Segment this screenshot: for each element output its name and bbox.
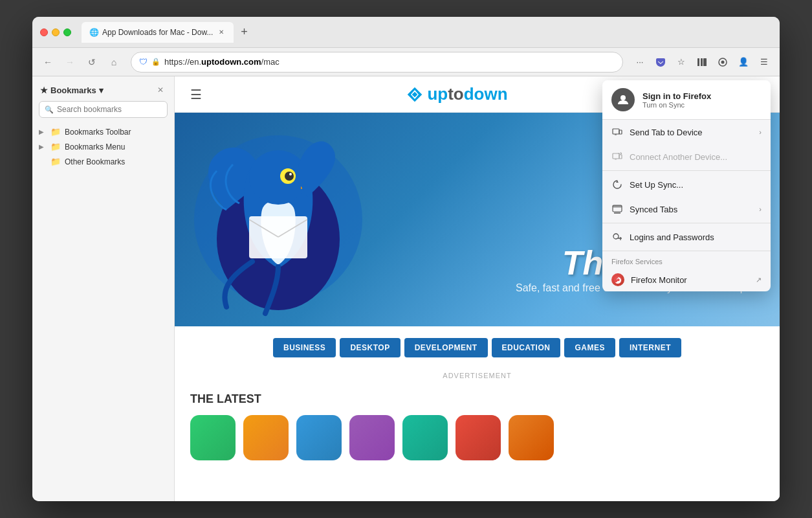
menu-separator-1 — [602, 170, 771, 171]
folder-icon: 📁 — [50, 142, 61, 152]
web-content: ☰ uptodown — [175, 76, 780, 501]
tab-title: App Downloads for Mac - Dow... — [102, 28, 213, 37]
send-tab-label: Send Tab to Device — [630, 128, 752, 137]
setup-sync-icon — [611, 179, 623, 190]
library-button[interactable] — [693, 53, 711, 71]
minimize-button[interactable] — [52, 28, 60, 36]
svg-rect-21 — [613, 153, 619, 159]
firefox-monitor-icon — [611, 273, 624, 286]
sidebar-close-button[interactable]: ✕ — [155, 84, 166, 96]
services-section-label: Firefox Services — [602, 253, 771, 268]
logins-passwords-menu-item[interactable]: Logins and Passwords — [602, 225, 771, 249]
svg-point-28 — [613, 234, 619, 239]
more-button[interactable]: ··· — [631, 53, 649, 71]
expand-arrow-icon: ▶ — [39, 143, 47, 150]
connect-device-menu-item: Connect Another Device... — [602, 144, 771, 169]
send-tab-arrow-icon: › — [759, 128, 762, 136]
svg-rect-0 — [697, 58, 699, 66]
menu-button[interactable]: ☰ — [755, 53, 773, 71]
svg-point-4 — [721, 60, 725, 63]
svg-rect-19 — [619, 130, 622, 134]
search-bookmarks-input[interactable] — [57, 105, 162, 114]
svg-rect-1 — [701, 58, 703, 66]
svg-rect-26 — [613, 205, 622, 208]
home-button[interactable]: ⌂ — [105, 53, 123, 71]
logins-icon — [611, 231, 623, 243]
account-button[interactable]: 👤 — [734, 53, 752, 71]
search-bookmarks-container[interactable]: 🔍 — [39, 101, 168, 118]
address-bar[interactable]: 🛡 🔒 https://en.uptodown.com/mac — [131, 52, 623, 73]
send-tab-icon — [611, 126, 623, 138]
browser-window: 🌐 App Downloads for Mac - Dow... ✕ + ← →… — [32, 17, 780, 501]
active-tab[interactable]: 🌐 App Downloads for Mac - Dow... ✕ — [82, 22, 234, 43]
url-protocol: https://en. — [164, 57, 201, 67]
menu-separator-3 — [602, 251, 771, 251]
expand-arrow-icon: ▶ — [39, 128, 47, 135]
back-button[interactable]: ← — [39, 53, 57, 71]
url-path: /mac — [261, 57, 280, 67]
logins-passwords-label: Logins and Passwords — [630, 232, 762, 242]
send-tab-menu-item[interactable]: Send Tab to Device › — [602, 120, 771, 144]
svg-rect-18 — [613, 129, 619, 134]
bookmarks-toolbar-item[interactable]: ▶ 📁 Bookmarks Toolbar — [32, 124, 174, 139]
connect-device-label: Connect Another Device... — [630, 152, 762, 162]
toolbar-right: ··· ☆ 👤 ☰ — [631, 53, 773, 71]
account-menu-item[interactable]: Sign in to Firefox Turn on Sync — [602, 80, 771, 120]
bookmarks-menu-item[interactable]: ▶ 📁 Bookmarks Menu — [32, 139, 174, 154]
svg-point-17 — [620, 95, 626, 100]
search-icon: 🔍 — [45, 106, 54, 114]
tab-bar: 🌐 App Downloads for Mac - Dow... ✕ + — [82, 22, 772, 43]
container-button[interactable] — [714, 53, 732, 71]
sync-label: Turn on Sync — [642, 101, 762, 109]
svg-rect-2 — [703, 58, 707, 66]
sidebar-header: ★ Bookmarks ▾ ✕ — [32, 84, 174, 101]
firefox-monitor-menu-item[interactable]: Firefox Monitor ↗ — [602, 268, 771, 291]
lock-icon: 🔒 — [151, 58, 160, 66]
pocket-button[interactable] — [652, 53, 670, 71]
tab-favicon: 🌐 — [89, 28, 98, 37]
sidebar-title-arrow: ▾ — [99, 85, 104, 95]
menu-separator-2 — [602, 223, 771, 223]
bookmarks-menu-label: Bookmarks Menu — [65, 142, 125, 152]
sidebar-bookmarks: ★ Bookmarks ▾ ✕ 🔍 ▶ 📁 Bookmarks Toolbar … — [32, 76, 175, 501]
new-tab-button[interactable]: + — [235, 23, 253, 41]
firefox-monitor-label: Firefox Monitor — [631, 275, 749, 285]
sidebar-title[interactable]: ★ Bookmarks ▾ — [40, 85, 104, 95]
folder-icon: 📁 — [50, 157, 61, 166]
other-bookmarks-item[interactable]: ▶ 📁 Other Bookmarks — [32, 154, 174, 169]
svg-rect-22 — [619, 155, 622, 159]
tab-close-button[interactable]: ✕ — [217, 28, 226, 37]
setup-sync-menu-item[interactable]: Set Up Sync... — [602, 172, 771, 197]
connect-device-icon — [611, 151, 623, 163]
folder-icon: 📁 — [50, 127, 61, 137]
other-bookmarks-label: Other Bookmarks — [65, 157, 125, 166]
account-avatar-icon — [611, 88, 635, 111]
bookmarks-toolbar-label: Bookmarks Toolbar — [65, 128, 131, 137]
reload-button[interactable]: ↺ — [83, 53, 101, 71]
synced-tabs-menu-item[interactable]: Synced Tabs › — [602, 197, 771, 221]
traffic-lights — [40, 28, 71, 36]
dropdown-menu: Sign in to Firefox Turn on Sync — [602, 80, 771, 291]
bookmark-star-icon: ★ — [40, 85, 48, 95]
url-domain: uptodown.com — [201, 57, 261, 67]
dropdown-overlay: Sign in to Firefox Turn on Sync — [175, 76, 780, 501]
star-button[interactable]: ☆ — [672, 53, 690, 71]
sidebar-title-label: Bookmarks — [50, 85, 96, 95]
shield-icon: 🛡 — [139, 57, 148, 67]
synced-tabs-arrow-icon: › — [759, 205, 762, 213]
title-bar: 🌐 App Downloads for Mac - Dow... ✕ + — [32, 17, 780, 48]
synced-tabs-label: Synced Tabs — [630, 205, 752, 214]
synced-tabs-icon — [611, 203, 623, 215]
setup-sync-label: Set Up Sync... — [630, 180, 762, 190]
url-text: https://en.uptodown.com/mac — [164, 57, 615, 67]
nav-bar: ← → ↺ ⌂ 🛡 🔒 https://en.uptodown.com/mac … — [32, 48, 780, 76]
account-info: Sign in to Firefox Turn on Sync — [642, 91, 762, 109]
external-link-icon: ↗ — [756, 276, 762, 284]
close-button[interactable] — [40, 28, 48, 36]
main-area: ★ Bookmarks ▾ ✕ 🔍 ▶ 📁 Bookmarks Toolbar … — [32, 76, 780, 501]
sign-in-label: Sign in to Firefox — [642, 91, 762, 101]
maximize-button[interactable] — [63, 28, 71, 36]
forward-button[interactable]: → — [61, 53, 79, 71]
